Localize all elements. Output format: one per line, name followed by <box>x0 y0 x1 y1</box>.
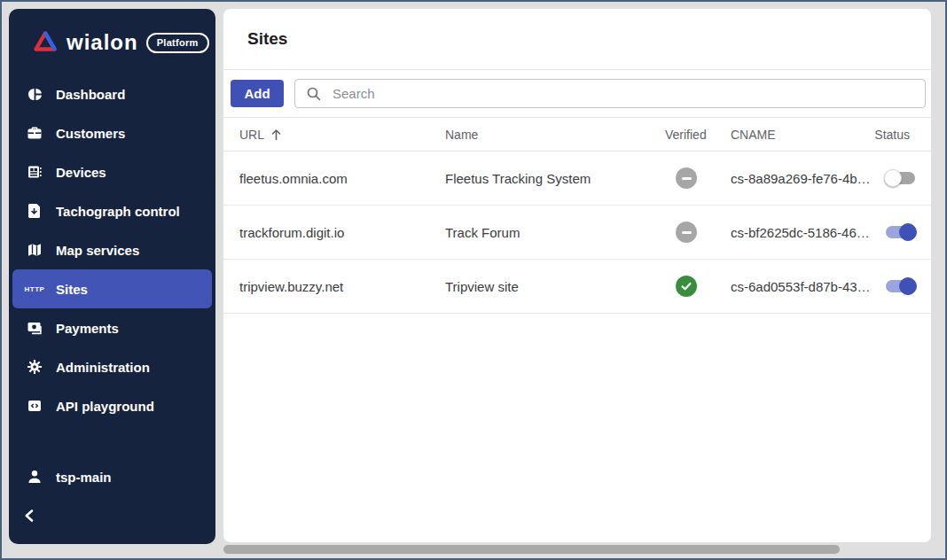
sidebar-nav: Dashboard Customers Devices Tachograph c… <box>9 67 215 425</box>
cell-name: Tripview site <box>445 279 662 294</box>
platform-badge: Platform <box>146 33 209 53</box>
sidebar-item-label: Customers <box>56 126 125 141</box>
column-header-url[interactable]: URL <box>239 128 445 142</box>
api-icon <box>25 398 44 414</box>
tachograph-icon <box>25 203 44 219</box>
wialon-logo-icon <box>32 29 59 56</box>
sidebar-item-tachograph-control[interactable]: Tachograph control <box>12 191 212 230</box>
add-button[interactable]: Add <box>231 80 284 107</box>
sidebar-item-customers[interactable]: Customers <box>12 113 212 152</box>
sidebar: wialon Platform Dashboard Customers D <box>9 9 215 544</box>
page-header: Sites <box>223 9 931 70</box>
http-icon: HTTP <box>25 285 44 293</box>
table-row[interactable]: trackforum.digit.io Track Forum cs-bf262… <box>223 206 931 260</box>
username: tsp-main <box>56 470 112 485</box>
sidebar-item-dashboard[interactable]: Dashboard <box>12 74 212 113</box>
user-icon <box>25 469 44 485</box>
sidebar-item-payments[interactable]: Payments <box>12 308 212 347</box>
cell-cname: cs-bf2625dc-5186-46… <box>731 225 873 240</box>
sort-ascending-icon[interactable] <box>270 128 282 141</box>
cell-url: trackforum.digit.io <box>239 225 445 240</box>
cell-name: Track Forum <box>445 225 662 240</box>
cell-status <box>884 169 931 187</box>
horizontal-scrollbar-thumb[interactable] <box>223 545 840 554</box>
search-icon <box>306 86 322 102</box>
not-verified-icon <box>676 222 697 243</box>
user-account[interactable]: tsp-main <box>12 457 212 496</box>
brand-name: wialon <box>67 30 138 55</box>
table-header-row: URL Name Verified CNAME Status <box>223 118 931 152</box>
column-label: URL <box>239 128 264 142</box>
cell-verified <box>662 276 731 297</box>
column-header-verified[interactable]: Verified <box>662 128 731 142</box>
sidebar-item-devices[interactable]: Devices <box>12 152 212 191</box>
cell-url: tripview.buzzy.net <box>239 279 445 294</box>
sidebar-item-label: Sites <box>56 282 88 297</box>
cell-cname: cs-6ad0553f-d87b-43… <box>731 279 873 294</box>
chevron-left-icon <box>23 509 35 523</box>
page-title: Sites <box>247 29 287 49</box>
toolbar: Add <box>223 70 931 118</box>
gear-icon <box>25 359 44 375</box>
column-header-status[interactable]: Status <box>874 128 931 142</box>
map-icon <box>25 242 44 258</box>
payments-icon <box>25 321 44 336</box>
app-window: wialon Platform Dashboard Customers D <box>0 0 947 560</box>
sidebar-item-sites[interactable]: HTTP Sites <box>12 269 212 308</box>
horizontal-scrollbar[interactable] <box>223 545 938 554</box>
verified-icon <box>676 276 697 297</box>
sidebar-item-label: Map services <box>56 243 139 258</box>
table-row[interactable]: tripview.buzzy.net Tripview site cs-6ad0… <box>223 260 931 314</box>
logo: wialon Platform <box>9 9 215 67</box>
sidebar-item-label: Devices <box>56 165 106 180</box>
cell-status <box>884 277 931 295</box>
sidebar-item-label: Dashboard <box>56 87 125 102</box>
devices-icon <box>25 164 44 180</box>
sidebar-item-api-playground[interactable]: API playground <box>12 386 212 425</box>
column-header-name[interactable]: Name <box>445 128 662 142</box>
not-verified-icon <box>676 167 697 189</box>
column-header-cname[interactable]: CNAME <box>731 128 873 142</box>
cell-cname: cs-8a89a269-fe76-4b… <box>731 171 873 186</box>
table-row[interactable]: fleetus.omnia.com Fleetus Tracking Syste… <box>223 152 931 206</box>
status-toggle[interactable] <box>884 277 917 295</box>
sidebar-item-label: API playground <box>56 399 154 414</box>
main-panel: Sites Add URL Name Verified CNAME <box>223 9 931 542</box>
collapse-sidebar-button[interactable] <box>9 496 215 535</box>
sidebar-item-administration[interactable]: Administration <box>12 347 212 386</box>
cell-verified <box>662 167 731 189</box>
check-icon <box>680 280 693 292</box>
search-box[interactable] <box>294 79 926 108</box>
cell-name: Fleetus Tracking System <box>445 171 662 186</box>
sidebar-item-label: Administration <box>56 360 150 375</box>
sidebar-item-label: Payments <box>56 321 119 336</box>
cell-status <box>884 223 931 241</box>
sidebar-bottom: tsp-main <box>9 457 215 544</box>
customers-icon <box>25 125 44 141</box>
search-input[interactable] <box>333 86 925 101</box>
dashboard-icon <box>25 87 44 102</box>
cell-url: fleetus.omnia.com <box>239 171 445 186</box>
sidebar-item-map-services[interactable]: Map services <box>12 230 212 269</box>
status-toggle[interactable] <box>884 169 917 187</box>
cell-verified <box>662 222 731 243</box>
status-toggle[interactable] <box>884 223 917 241</box>
sidebar-item-label: Tachograph control <box>56 204 180 219</box>
